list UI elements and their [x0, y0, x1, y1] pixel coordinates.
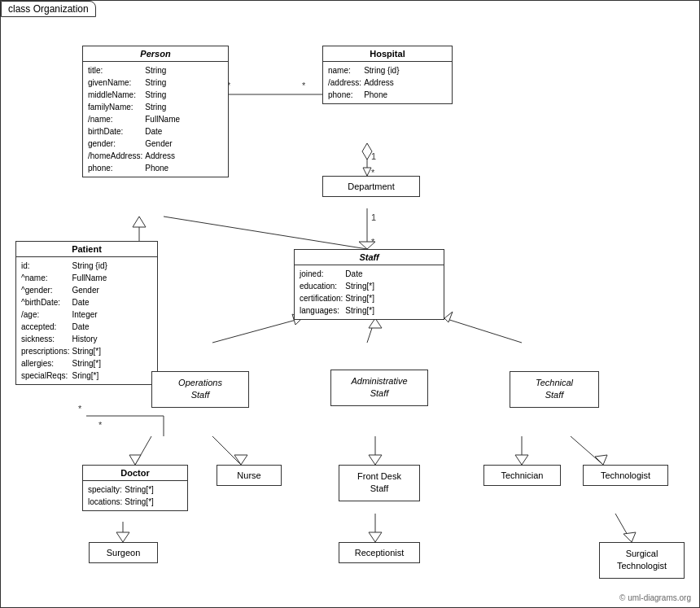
svg-text:1: 1 [371, 212, 376, 222]
technician-title: Technician [501, 470, 544, 480]
hospital-attributes: name:String {id} /address:Address phone:… [323, 62, 452, 103]
front-desk-class: Front DeskStaff [339, 465, 420, 501]
admin-staff-class: AdministrativeStaff [330, 370, 428, 406]
svg-line-17 [212, 318, 302, 343]
svg-marker-5 [363, 168, 371, 176]
svg-marker-14 [359, 242, 375, 249]
patient-class: Patient id:String {id} ^name:FullName ^g… [15, 241, 158, 385]
tech-staff-class: TechnicalStaff [510, 371, 599, 408]
department-title: Department [348, 182, 394, 191]
person-attributes: title:String givenName:String middleName… [83, 62, 228, 177]
svg-marker-30 [515, 455, 528, 465]
receptionist-title: Receptionist [355, 548, 405, 558]
svg-line-13 [164, 217, 367, 249]
staff-attributes: joined:Date education:String[*] certific… [295, 265, 444, 319]
person-title: Person [83, 46, 228, 62]
svg-line-19 [367, 318, 375, 343]
svg-line-31 [571, 436, 603, 465]
patient-title: Patient [16, 242, 157, 257]
svg-marker-32 [595, 455, 607, 465]
svg-marker-4 [362, 143, 372, 160]
ops-staff-class: OperationsStaff [151, 371, 249, 408]
svg-text:*: * [78, 404, 82, 413]
hospital-class: Hospital name:String {id} /address:Addre… [322, 46, 453, 104]
diagram-container: class Organization * * 1 * 1 * * * [0, 0, 700, 608]
receptionist-class: Receptionist [339, 542, 420, 563]
doctor-attributes: specialty:String[*] locations:String[*] [83, 481, 187, 510]
svg-line-23 [135, 436, 151, 465]
svg-marker-28 [369, 455, 382, 465]
svg-text:*: * [98, 420, 103, 430]
surgeon-class: Surgeon [89, 542, 158, 563]
surgeon-title: Surgeon [107, 548, 141, 558]
svg-line-21 [444, 318, 522, 343]
nurse-title: Nurse [237, 470, 260, 480]
ops-staff-title: OperationsStaff [178, 378, 222, 400]
surgical-tech-title: SurgicalTechnologist [617, 549, 667, 571]
svg-text:*: * [371, 237, 375, 247]
front-desk-title: Front DeskStaff [357, 471, 401, 493]
svg-marker-38 [623, 532, 636, 542]
svg-marker-36 [369, 532, 382, 542]
tech-staff-title: TechnicalStaff [536, 378, 573, 400]
svg-line-25 [212, 436, 241, 465]
svg-marker-24 [129, 455, 141, 465]
diagram-title: class Organization [1, 1, 96, 17]
svg-text:*: * [302, 81, 306, 90]
svg-marker-26 [234, 455, 247, 465]
surgical-tech-class: SurgicalTechnologist [599, 542, 685, 579]
patient-attributes: id:String {id} ^name:FullName ^gender:Ge… [16, 257, 157, 384]
svg-marker-22 [444, 312, 453, 322]
nurse-class: Nurse [217, 465, 282, 486]
staff-class: Staff joined:Date education:String[*] ce… [294, 249, 444, 320]
technician-class: Technician [483, 465, 561, 486]
hospital-title: Hospital [323, 46, 452, 62]
technologist-title: Technologist [601, 470, 650, 480]
svg-line-37 [615, 514, 632, 542]
staff-title: Staff [295, 250, 444, 265]
svg-marker-34 [116, 532, 129, 542]
technologist-class: Technologist [583, 465, 668, 486]
doctor-title: Doctor [83, 466, 187, 481]
department-class: Department [322, 176, 420, 197]
doctor-class: Doctor specialty:String[*] locations:Str… [82, 465, 188, 511]
admin-staff-title: AdministrativeStaff [351, 376, 407, 398]
person-class: Person title:String givenName:String mid… [82, 46, 229, 177]
copyright: © uml-diagrams.org [619, 593, 691, 602]
svg-text:1: 1 [371, 151, 376, 161]
svg-marker-12 [133, 217, 146, 227]
